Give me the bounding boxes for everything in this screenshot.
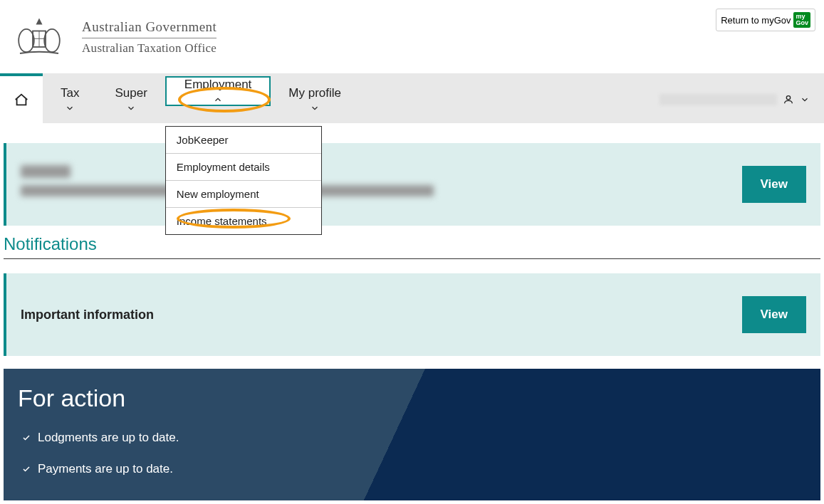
nav-employment-label: Employment (184, 78, 251, 92)
logo-line2: Australian Taxation Office (82, 38, 217, 56)
banner-redacted-text (21, 165, 742, 204)
action-payments: Payments are up to date. (22, 462, 806, 476)
notifications-heading: Notifications (4, 234, 820, 259)
for-action-heading: For action (18, 384, 806, 412)
logo-block: Australian Government Australian Taxatio… (7, 14, 817, 61)
nav-bar: Tax Super Employment JobKeeper Employmen… (0, 73, 824, 123)
user-icon (783, 94, 794, 105)
crest-icon (7, 14, 71, 61)
svg-point-0 (19, 29, 34, 52)
employment-dropdown: JobKeeper Employment details New employm… (165, 126, 322, 235)
nav-employment[interactable]: Employment (165, 76, 271, 106)
nav-super[interactable]: Super (97, 76, 165, 123)
user-name-redacted (659, 94, 777, 105)
header: Australian Government Australian Taxatio… (0, 0, 824, 73)
nav-my-profile[interactable]: My profile (271, 76, 359, 123)
important-info-label: Important information (21, 308, 154, 322)
tick-icon (22, 465, 31, 473)
logo-text: Australian Government Australian Taxatio… (82, 19, 217, 56)
nav-tax-label: Tax (61, 86, 79, 100)
nav-home[interactable] (0, 73, 43, 123)
notification-banner-redacted: View (4, 143, 820, 226)
tick-icon (22, 434, 31, 442)
menu-employment-details[interactable]: Employment details (166, 154, 321, 181)
svg-point-5 (786, 96, 790, 100)
nav-my-profile-label: My profile (288, 86, 341, 100)
menu-income-statements[interactable]: Income statements (166, 208, 321, 234)
chevron-down-icon (126, 103, 136, 113)
user-area[interactable] (659, 76, 824, 123)
chevron-up-icon (213, 95, 223, 105)
content: View Notifications Important information… (0, 143, 824, 500)
menu-jobkeeper[interactable]: JobKeeper (166, 127, 321, 154)
home-icon (14, 92, 29, 107)
logo-line1: Australian Government (82, 19, 217, 38)
return-mygov-label: Return to myGov (721, 15, 791, 26)
action-payments-label: Payments are up to date. (38, 462, 173, 476)
chevron-down-icon (800, 95, 810, 105)
mygov-badge-icon: myGov (793, 12, 810, 28)
for-action-panel: For action Lodgments are up to date. Pay… (4, 369, 820, 500)
nav-tax[interactable]: Tax (43, 76, 97, 123)
nav-employment-wrap: Employment JobKeeper Employment details … (165, 76, 271, 123)
view-button[interactable]: View (742, 296, 806, 333)
chevron-down-icon (310, 103, 320, 113)
menu-new-employment[interactable]: New employment (166, 181, 321, 208)
svg-point-1 (44, 29, 60, 52)
action-lodgments-label: Lodgments are up to date. (38, 431, 179, 445)
action-lodgments: Lodgments are up to date. (22, 431, 806, 445)
view-button[interactable]: View (742, 166, 806, 203)
return-mygov-link[interactable]: Return to myGov myGov (716, 9, 815, 31)
notification-important-info: Important information View (4, 273, 820, 356)
nav-super-label: Super (115, 86, 147, 100)
chevron-down-icon (65, 103, 75, 113)
